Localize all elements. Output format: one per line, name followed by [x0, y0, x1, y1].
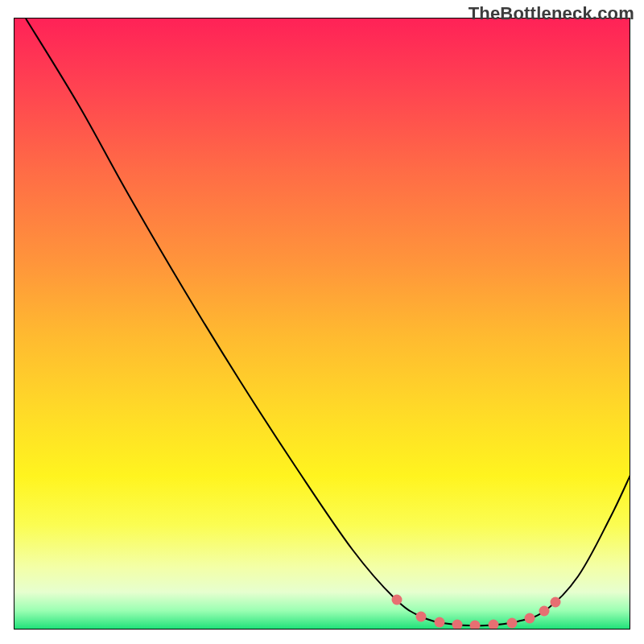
chart-plot-area	[14, 18, 630, 630]
background-gradient	[14, 19, 630, 629]
watermark-text: TheBottleneck.com	[469, 3, 634, 24]
